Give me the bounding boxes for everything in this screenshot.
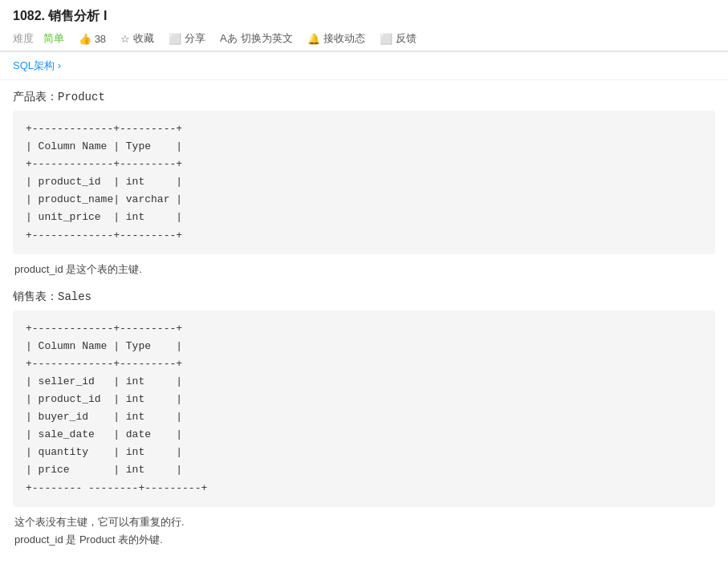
difficulty-item: 难度 简单 [13, 31, 64, 46]
notification-item[interactable]: 🔔 接收动态 [307, 31, 365, 46]
sales-note-1: 这个表没有主键，它可以有重复的行. [13, 515, 715, 529]
product-note: product_id 是这个表的主键. [13, 262, 715, 277]
thumb-icon: 👍 [79, 33, 92, 45]
breadcrumb-link[interactable]: SQL架构 [13, 59, 55, 71]
toolbar: 难度 简单 👍 38 ☆ 收藏 ⬜ 分享 Aあ 切换为英文 🔔 接收动态 ⬜ 反… [13, 31, 715, 46]
sales-table-block: +-------------+---------+ | Column Name … [13, 310, 715, 507]
breadcrumb-arrow: › [58, 59, 61, 71]
product-table-name: Product [58, 91, 105, 103]
difficulty-label: 难度 [13, 31, 34, 46]
share-label: 分享 [185, 31, 205, 46]
breadcrumb: SQL架构 › [0, 52, 728, 80]
sales-note-2: product_id 是 Product 表的外键. [13, 533, 715, 547]
translate-item[interactable]: Aあ 切换为英文 [220, 31, 293, 46]
feedback-item[interactable]: ⬜ 反馈 [380, 31, 417, 46]
difficulty-value: 简单 [43, 31, 64, 46]
feedback-label: 反馈 [396, 31, 417, 46]
main-content: 产品表：Product +-------------+---------+ | … [0, 80, 728, 570]
likes-count: 38 [95, 33, 106, 45]
sales-section: 销售表：Sales +-------------+---------+ | Co… [13, 290, 715, 547]
sales-table-name: Sales [58, 290, 92, 303]
sales-section-title: 销售表：Sales [13, 290, 715, 304]
product-table-block: +-------------+---------+ | Column Name … [13, 111, 715, 254]
translate-label: 切换为英文 [241, 31, 293, 46]
product-label: 产品表： [13, 90, 58, 103]
share-icon: ⬜ [169, 33, 181, 45]
likes-item[interactable]: 👍 38 [79, 33, 106, 45]
bookmark-item[interactable]: ☆ 收藏 [120, 31, 154, 46]
product-section: 产品表：Product +-------------+---------+ | … [13, 90, 715, 277]
bell-icon: 🔔 [307, 33, 320, 45]
sales-label: 销售表： [13, 290, 58, 302]
share-item[interactable]: ⬜ 分享 [169, 31, 205, 46]
page-header: 1082. 销售分析 I 难度 简单 👍 38 ☆ 收藏 ⬜ 分享 Aあ 切换为… [0, 0, 728, 51]
product-section-title: 产品表：Product [13, 90, 715, 104]
translate-icon: Aあ [220, 31, 238, 46]
notification-label: 接收动态 [323, 31, 365, 46]
star-icon: ☆ [120, 33, 130, 45]
bookmark-label: 收藏 [133, 31, 154, 46]
feedback-icon: ⬜ [380, 33, 392, 45]
page-title: 1082. 销售分析 I [13, 8, 715, 25]
